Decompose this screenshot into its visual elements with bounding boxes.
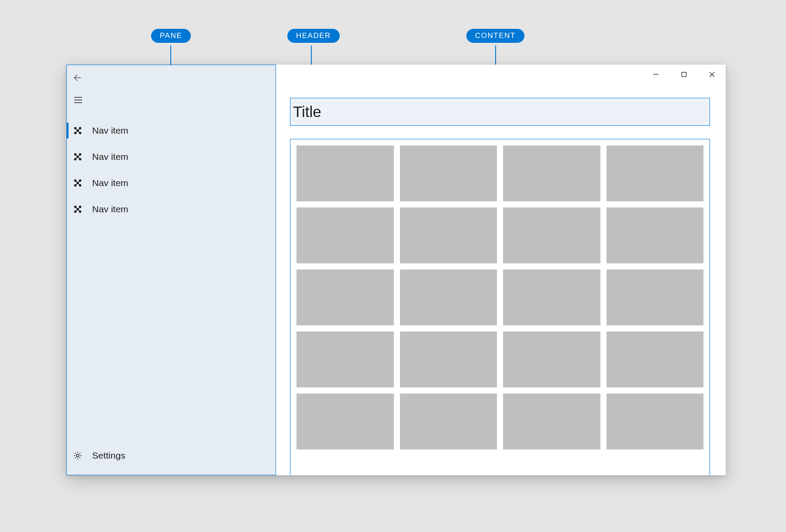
content-tile[interactable] bbox=[503, 332, 600, 387]
content-tile[interactable] bbox=[607, 394, 704, 449]
settings-label: Settings bbox=[92, 450, 125, 461]
content-tile[interactable] bbox=[296, 332, 394, 387]
maximize-button[interactable] bbox=[670, 65, 698, 84]
svg-point-9 bbox=[77, 156, 79, 158]
svg-rect-21 bbox=[682, 72, 686, 76]
content-tile[interactable] bbox=[400, 332, 497, 387]
svg-point-8 bbox=[79, 158, 81, 160]
nav-item-label: Nav item bbox=[92, 204, 128, 214]
annotation-pane-line bbox=[170, 45, 171, 65]
content-tile[interactable] bbox=[607, 269, 704, 325]
svg-point-12 bbox=[74, 184, 76, 186]
svg-point-3 bbox=[79, 132, 81, 134]
annotation-content-label: CONTENT bbox=[466, 29, 524, 43]
svg-point-14 bbox=[77, 182, 79, 184]
svg-point-4 bbox=[77, 130, 79, 131]
nav-list: Nav item Nav item Nav item Nav item bbox=[67, 117, 276, 222]
svg-point-18 bbox=[79, 211, 81, 212]
gear-icon bbox=[73, 451, 83, 460]
maximize-icon bbox=[681, 72, 687, 77]
content-grid bbox=[296, 145, 703, 449]
content-tile[interactable] bbox=[400, 269, 497, 325]
window-controls bbox=[642, 65, 726, 84]
svg-point-11 bbox=[79, 180, 81, 181]
svg-point-5 bbox=[74, 153, 76, 155]
svg-point-19 bbox=[77, 208, 79, 210]
content-tile[interactable] bbox=[400, 207, 497, 263]
svg-point-10 bbox=[74, 180, 76, 181]
back-arrow-icon bbox=[72, 73, 83, 83]
close-button[interactable] bbox=[698, 65, 726, 84]
content-tile[interactable] bbox=[400, 145, 497, 201]
content-tile[interactable] bbox=[503, 145, 600, 201]
content-tile[interactable] bbox=[503, 269, 600, 325]
svg-point-2 bbox=[74, 132, 76, 134]
content-tile[interactable] bbox=[607, 332, 704, 387]
navigation-pane: Nav item Nav item Nav item Nav item bbox=[66, 65, 276, 475]
svg-point-13 bbox=[79, 184, 81, 186]
header: Title bbox=[290, 98, 710, 126]
svg-point-20 bbox=[76, 454, 79, 457]
content-tile[interactable] bbox=[400, 394, 497, 449]
nav-item-icon bbox=[73, 178, 83, 188]
svg-point-15 bbox=[74, 206, 76, 207]
nav-item[interactable]: Nav item bbox=[67, 170, 276, 196]
svg-point-6 bbox=[79, 153, 81, 155]
content-tile[interactable] bbox=[607, 207, 704, 263]
page-title: Title bbox=[293, 103, 321, 121]
svg-point-7 bbox=[74, 158, 76, 160]
nav-item-icon bbox=[73, 204, 83, 214]
minimize-button[interactable] bbox=[642, 65, 670, 84]
content-tile[interactable] bbox=[607, 145, 704, 201]
content-tile[interactable] bbox=[296, 394, 394, 449]
minimize-icon bbox=[653, 71, 659, 77]
content-tile[interactable] bbox=[296, 269, 394, 325]
nav-item-icon bbox=[73, 126, 83, 135]
svg-point-1 bbox=[79, 127, 81, 129]
content-tile[interactable] bbox=[296, 207, 394, 263]
close-icon bbox=[709, 71, 715, 78]
settings-item[interactable]: Settings bbox=[67, 442, 276, 469]
content-tile[interactable] bbox=[503, 394, 600, 449]
content-area bbox=[290, 139, 710, 475]
app-window: Nav item Nav item Nav item Nav item bbox=[66, 65, 726, 475]
hamburger-icon bbox=[73, 95, 83, 105]
annotation-header-label: HEADER bbox=[287, 29, 340, 43]
svg-point-0 bbox=[74, 127, 76, 129]
nav-item-label: Nav item bbox=[92, 178, 128, 188]
content-tile[interactable] bbox=[296, 145, 394, 201]
nav-item-label: Nav item bbox=[92, 152, 128, 162]
nav-item-label: Nav item bbox=[92, 125, 128, 136]
svg-point-16 bbox=[79, 206, 81, 207]
annotation-pane-label: PANE bbox=[151, 29, 191, 43]
back-button[interactable] bbox=[67, 68, 276, 88]
nav-item[interactable]: Nav item bbox=[67, 117, 276, 144]
content-tile[interactable] bbox=[503, 207, 600, 263]
svg-point-17 bbox=[74, 211, 76, 212]
nav-item[interactable]: Nav item bbox=[67, 144, 276, 170]
hamburger-button[interactable] bbox=[67, 88, 276, 112]
nav-item[interactable]: Nav item bbox=[67, 196, 276, 222]
nav-item-icon bbox=[73, 152, 83, 162]
main-area: Title bbox=[276, 65, 726, 475]
